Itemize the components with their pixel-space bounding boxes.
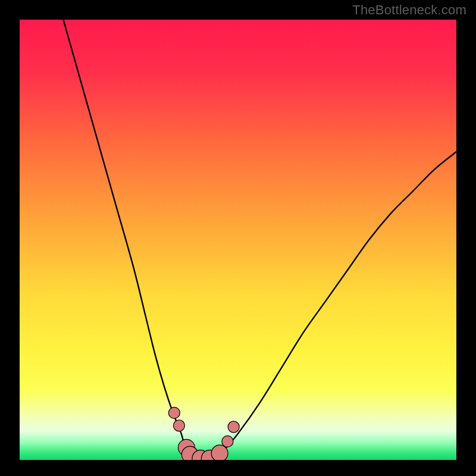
chart-frame: TheBottleneck.com bbox=[0, 0, 476, 476]
curve-marker bbox=[222, 436, 233, 447]
curve-markers bbox=[168, 407, 239, 460]
curve-marker bbox=[228, 421, 239, 433]
curve-line bbox=[63, 20, 456, 459]
curve-marker bbox=[168, 407, 180, 418]
plot-area bbox=[20, 20, 456, 460]
curve-marker bbox=[211, 445, 228, 460]
watermark-text: TheBottleneck.com bbox=[352, 2, 466, 18]
bottleneck-curve bbox=[20, 20, 456, 460]
curve-marker bbox=[173, 420, 184, 431]
